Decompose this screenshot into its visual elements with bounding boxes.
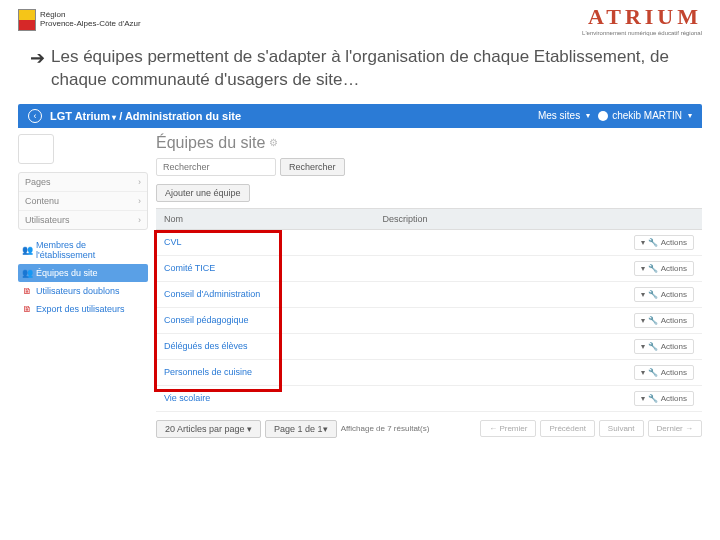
chevron-right-icon: › [138, 215, 141, 225]
wrench-icon: 🔧 [648, 264, 658, 273]
sidebar-item-contenu[interactable]: Contenu› [19, 192, 147, 211]
table-footer: 20 Articles par page ▾ Page 1 de 1▾ Affi… [156, 420, 702, 438]
actions-button[interactable]: ▾🔧Actions [634, 313, 694, 328]
chevron-down-icon: ▾ [688, 111, 692, 120]
user-menu[interactable]: chekib MARTIN▾ [598, 110, 692, 121]
next-page-button[interactable]: Suivant [599, 420, 644, 437]
region-text: Région Provence-Alpes-Côte d'Azur [40, 11, 141, 29]
site-logo-placeholder [18, 134, 54, 164]
results-count: Affichage de 7 résultat(s) [341, 424, 430, 433]
actions-button[interactable]: ▾🔧Actions [634, 261, 694, 276]
content-area: Équipes du site ⚙ Rechercher Ajouter une… [156, 134, 702, 438]
wrench-icon: 🔧 [648, 238, 658, 247]
copy-icon: 🗎 [22, 286, 32, 296]
chevron-down-icon: ▾ [641, 394, 645, 403]
wrench-icon: 🔧 [648, 394, 658, 403]
region-flag-icon [18, 9, 36, 31]
sidebar: Pages› Contenu› Utilisateurs› 👥 Membres … [18, 134, 148, 438]
table-row: Vie scolaire▾🔧Actions [156, 385, 702, 411]
search-button[interactable]: Rechercher [280, 158, 345, 176]
atrium-logo: ATRIUM L'environnement numérique éducati… [582, 4, 702, 36]
submenu-export[interactable]: 🗎 Export des utilisateurs [18, 300, 148, 318]
team-icon: 👥 [22, 268, 32, 278]
chevron-right-icon: › [138, 196, 141, 206]
table-row: Délégués des élèves▾🔧Actions [156, 333, 702, 359]
team-link[interactable]: Délégués des élèves [164, 341, 248, 351]
team-link[interactable]: Personnels de cuisine [164, 367, 252, 377]
chevron-down-icon: ▾ [641, 238, 645, 247]
intro-paragraph: ➔ Les équipes permettent de s'adapter à … [30, 46, 690, 92]
page-title: Équipes du site [156, 134, 265, 152]
my-sites-menu[interactable]: Mes sites▾ [538, 110, 590, 121]
chevron-down-icon: ▾ [641, 290, 645, 299]
avatar-icon [598, 111, 608, 121]
prev-page-button[interactable]: Précédent [540, 420, 594, 437]
actions-button[interactable]: ▾🔧Actions [634, 365, 694, 380]
teams-table: Nom Description CVL▾🔧ActionsComité TICE▾… [156, 208, 702, 412]
gear-icon[interactable]: ⚙ [269, 137, 278, 148]
actions-button[interactable]: ▾🔧Actions [634, 339, 694, 354]
actions-button[interactable]: ▾🔧Actions [634, 287, 694, 302]
chevron-down-icon: ▾ [641, 316, 645, 325]
sidebar-item-pages[interactable]: Pages› [19, 173, 147, 192]
chevron-right-icon: › [138, 177, 141, 187]
submenu-equipes[interactable]: 👥 Équipes du site [18, 264, 148, 282]
team-link[interactable]: Conseil d'Administration [164, 289, 260, 299]
chevron-down-icon: ▾ [112, 113, 116, 122]
actions-button[interactable]: ▾🔧Actions [634, 235, 694, 250]
sidebar-submenu: 👥 Membres de l'établissement 👥 Équipes d… [18, 236, 148, 318]
table-row: Conseil d'Administration▾🔧Actions [156, 281, 702, 307]
chevron-down-icon: ▾ [641, 368, 645, 377]
team-link[interactable]: Conseil pédagogique [164, 315, 249, 325]
wrench-icon: 🔧 [648, 342, 658, 351]
sidebar-item-utilisateurs[interactable]: Utilisateurs› [19, 211, 147, 229]
search-input[interactable] [156, 158, 276, 176]
wrench-icon: 🔧 [648, 316, 658, 325]
team-link[interactable]: CVL [164, 237, 182, 247]
chevron-down-icon: ▾ [641, 264, 645, 273]
table-row: CVL▾🔧Actions [156, 229, 702, 255]
app-topbar: ‹ LGT Atrium▾ / Administration du site M… [18, 104, 702, 128]
add-team-button[interactable]: Ajouter une équipe [156, 184, 250, 202]
slide-header: Région Provence-Alpes-Côte d'Azur ATRIUM… [0, 0, 720, 38]
submenu-membres[interactable]: 👥 Membres de l'établissement [18, 236, 148, 264]
sidebar-main-menu: Pages› Contenu› Utilisateurs› [18, 172, 148, 230]
chevron-down-icon: ▾ [323, 424, 328, 434]
per-page-dropdown[interactable]: 20 Articles par page ▾ [156, 420, 261, 438]
first-page-button[interactable]: ← Premier [480, 420, 536, 437]
region-logo: Région Provence-Alpes-Côte d'Azur [18, 9, 141, 31]
arrow-bullet-icon: ➔ [30, 46, 45, 70]
actions-button[interactable]: ▾🔧Actions [634, 391, 694, 406]
users-icon: 👥 [22, 245, 32, 255]
chevron-down-icon: ▾ [586, 111, 590, 120]
last-page-button[interactable]: Dernier → [648, 420, 702, 437]
table-row: Personnels de cuisine▾🔧Actions [156, 359, 702, 385]
col-desc[interactable]: Description [374, 208, 565, 229]
team-link[interactable]: Comité TICE [164, 263, 215, 273]
table-row: Conseil pédagogique▾🔧Actions [156, 307, 702, 333]
chevron-down-icon: ▾ [247, 424, 252, 434]
team-link[interactable]: Vie scolaire [164, 393, 210, 403]
breadcrumb[interactable]: LGT Atrium▾ / Administration du site [50, 110, 241, 122]
wrench-icon: 🔧 [648, 290, 658, 299]
chevron-down-icon: ▾ [641, 342, 645, 351]
table-row: Comité TICE▾🔧Actions [156, 255, 702, 281]
col-name[interactable]: Nom [156, 208, 374, 229]
page-dropdown[interactable]: Page 1 de 1▾ [265, 420, 337, 438]
wrench-icon: 🔧 [648, 368, 658, 377]
export-icon: 🗎 [22, 304, 32, 314]
back-button[interactable]: ‹ [28, 109, 42, 123]
submenu-doublons[interactable]: 🗎 Utilisateurs doublons [18, 282, 148, 300]
